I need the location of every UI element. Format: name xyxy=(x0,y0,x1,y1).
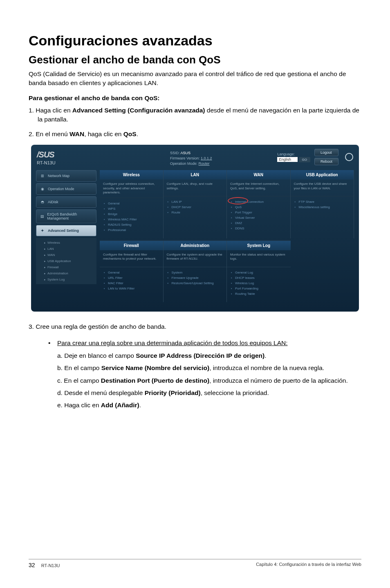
col-head-syslog: System Log xyxy=(227,241,291,250)
sidebar-item-advanced-setting[interactable]: ✦ Advanced Setting xyxy=(36,225,96,236)
bullet-heading: Para crear una regla sobre una determina… xyxy=(57,339,361,348)
link-wireless-general[interactable]: General xyxy=(104,201,159,206)
link-lan-ip[interactable]: LAN IP xyxy=(168,199,223,204)
letter-c: c. En el campo Destination Port (Puerto … xyxy=(57,376,361,385)
sidebar-sub-admin[interactable]: Administration xyxy=(39,270,93,276)
sidebar: ⊞ Network Map ◉ Operation Mode ◓ AiDisk … xyxy=(36,170,96,302)
reboot-button[interactable]: Reboot xyxy=(314,158,338,165)
letter-a: a. Deje en blanco el campo Source IP Add… xyxy=(57,351,361,360)
col-head-usb: USB Application xyxy=(291,170,354,180)
procedure-heading: Para gestionar el ancho de banda con QoS… xyxy=(29,94,361,102)
sidebar-item-operation-mode[interactable]: ◉ Operation Mode xyxy=(36,183,96,195)
logout-button[interactable]: Logout xyxy=(314,149,338,156)
link-virtual-server[interactable]: Virtual Server xyxy=(231,215,286,220)
link-port-trigger[interactable]: Port Trigger xyxy=(231,210,286,215)
go-button[interactable]: GO xyxy=(299,157,310,162)
gauge-icon: ◉ xyxy=(40,186,45,192)
link-system[interactable]: System xyxy=(168,270,223,275)
link-port-forwarding[interactable]: Port Forwarding xyxy=(231,286,287,291)
footer-model: RT-N13U xyxy=(41,563,60,568)
link-radius[interactable]: RADIUS Setting xyxy=(104,222,159,227)
link-professional[interactable]: Professional xyxy=(104,227,159,233)
header-info: SSID: ASUS Firmware Version: 1.0.1.2 Ope… xyxy=(170,150,212,166)
sidebar-sub-wireless[interactable]: Wireless xyxy=(39,240,93,246)
router-screenshot: /SUS RT-N13U SSID: ASUS Firmware Version… xyxy=(31,145,359,312)
footer-chapter: Capítulo 4: Configuración a través de la… xyxy=(256,562,361,568)
link-lan-wan-filter[interactable]: LAN to WAN Filter xyxy=(104,286,159,291)
link-dhcp-server[interactable]: DHCP Server xyxy=(168,204,223,210)
router-logo: /SUS RT-N13U xyxy=(37,150,56,165)
sidebar-item-ezqos[interactable]: ▤ EzQoS Bandwidth Management xyxy=(36,209,96,223)
sidebar-sub-usb[interactable]: USB Application xyxy=(39,258,93,264)
letter-e: e. Haga clic en Add (Añadir). xyxy=(57,401,361,410)
link-url-filter[interactable]: URL Filter xyxy=(104,275,159,281)
settings-grid: Wireless Configure your wireless connect… xyxy=(100,170,354,302)
sidebar-sub-lan[interactable]: LAN xyxy=(39,246,93,252)
link-mac-filter[interactable]: Wireless MAC Filter xyxy=(104,217,159,222)
link-qos[interactable]: QoS xyxy=(231,204,286,210)
col-head-wireless: Wireless xyxy=(100,170,163,180)
step-1: 1. Haga clic en Advanced Setting (Config… xyxy=(29,106,361,123)
col-head-admin: Administration xyxy=(164,241,227,250)
link-internet-connection[interactable]: Internet Connection xyxy=(231,199,286,204)
sidebar-sub-wan[interactable]: WAN xyxy=(39,252,93,258)
sidebar-sublist: Wireless LAN WAN USB Application Firewal… xyxy=(36,238,96,284)
disk-icon: ◓ xyxy=(40,199,45,205)
link-fw-mac-filter[interactable]: MAC Filter xyxy=(104,281,159,286)
intro-paragraph: QoS (Calidad de Servicio) es un mecanism… xyxy=(29,70,361,87)
sidebar-sub-firewall[interactable]: Firewall xyxy=(39,264,93,270)
link-wps[interactable]: WPS xyxy=(104,206,159,211)
link-ftp-share[interactable]: FTP Share xyxy=(295,199,350,204)
link-general-log[interactable]: General Log xyxy=(231,270,287,275)
sidebar-item-network-map[interactable]: ⊞ Network Map xyxy=(36,170,96,182)
page-footer: 32 RT-N13U Capítulo 4: Configuración a t… xyxy=(29,559,361,568)
step-2: 2. En el menú WAN, haga clic en QoS. xyxy=(29,130,361,139)
letter-b: b. En el campo Service Name (Nombre del … xyxy=(57,364,361,373)
link-bridge[interactable]: Bridge xyxy=(104,211,159,217)
link-fw-upgrade[interactable]: Firmware Upgrade xyxy=(168,275,223,281)
sidebar-item-aidisk[interactable]: ◓ AiDisk xyxy=(36,196,96,208)
link-misc[interactable]: Miscellaneous setting xyxy=(295,204,350,210)
globe-icon xyxy=(345,153,353,161)
step-3: 3. Cree una regla de gestión de ancho de… xyxy=(29,322,361,331)
page-number: 32 xyxy=(29,562,35,568)
language-selector[interactable]: Language: English GO xyxy=(277,152,310,162)
link-route[interactable]: Route xyxy=(168,210,223,215)
link-fw-general[interactable]: General xyxy=(104,270,159,275)
link-routing-table[interactable]: Routing Table xyxy=(231,291,287,296)
network-icon: ⊞ xyxy=(40,173,45,179)
link-ddns[interactable]: DDNS xyxy=(231,226,286,231)
link-restore[interactable]: Restore/Save/Upload Setting xyxy=(168,281,223,286)
sidebar-sub-syslog[interactable]: System Log xyxy=(39,276,93,283)
link-dmz[interactable]: DMZ xyxy=(231,220,286,226)
link-dhcp-leases[interactable]: DHCP leases xyxy=(231,275,287,281)
col-head-wan: WAN xyxy=(227,170,290,180)
link-wireless-log[interactable]: Wireless Log xyxy=(231,281,287,286)
tools-icon: ✦ xyxy=(40,228,45,233)
bars-icon: ▤ xyxy=(40,213,45,219)
router-header: /SUS RT-N13U SSID: ASUS Firmware Version… xyxy=(31,145,359,170)
page-subtitle: Gestionar el ancho de banda con QoS xyxy=(29,54,361,66)
page-title: Configuraciones avanzadas xyxy=(29,33,361,49)
col-head-lan: LAN xyxy=(164,170,227,180)
col-head-firewall: Firewall xyxy=(100,241,163,250)
letter-d: d. Desde el menú desplegable Priority (P… xyxy=(57,388,361,397)
